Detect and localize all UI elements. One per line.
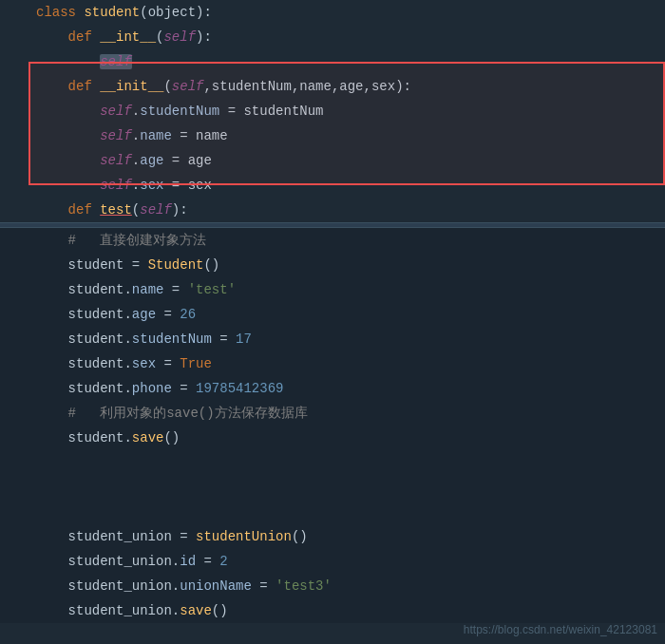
- line-text: self.sex = sex: [28, 173, 665, 198]
- code-line: student.studentNum = 17: [0, 327, 665, 351]
- code-line: # 直接创建对象方法: [0, 228, 665, 253]
- code-line: student = Student(): [0, 253, 665, 277]
- code-line: class student(object):: [0, 0, 665, 25]
- line-text: student_union.unionName = 'test3': [28, 574, 665, 598]
- line-text: student_union.id = 2: [28, 549, 665, 574]
- line-text: self.age = age: [28, 148, 665, 173]
- code-editor: class student(object): def __int__(self)…: [0, 0, 665, 644]
- bottom-code-section: # 直接创建对象方法 student = Student() student.n…: [0, 228, 665, 623]
- line-text: def test(self):: [28, 198, 665, 222]
- code-line: student.age = 26: [0, 302, 665, 327]
- code-line: self.studentNum = studentNum: [0, 99, 665, 123]
- line-text: student.name = 'test': [28, 277, 665, 302]
- code-line: [0, 475, 665, 500]
- code-line: # 利用对象的save()方法保存数据库: [0, 401, 665, 426]
- line-text: student.phone = 19785412369: [28, 376, 665, 401]
- line-text: self: [28, 49, 665, 74]
- code-line: def test(self):: [0, 198, 665, 222]
- code-line: def __init__(self,studentNum,name,age,se…: [0, 74, 665, 99]
- code-line: student_union.unionName = 'test3': [0, 574, 665, 598]
- code-line: student.save(): [0, 426, 665, 450]
- line-text: student.age = 26: [28, 302, 665, 327]
- code-line: [0, 450, 665, 475]
- code-line: student_union = studentUnion(): [0, 524, 665, 549]
- code-line: self: [0, 49, 665, 74]
- line-text: def __init__(self,studentNum,name,age,se…: [28, 74, 665, 99]
- line-text: student_union = studentUnion(): [28, 524, 665, 549]
- code-line: [0, 500, 665, 524]
- code-line: self.sex = sex: [0, 173, 665, 198]
- code-line: student.sex = True: [0, 351, 665, 376]
- line-text: student_union.save(): [28, 598, 665, 623]
- code-line: student_union.save(): [0, 598, 665, 623]
- line-text: student.sex = True: [28, 351, 665, 376]
- line-text: # 利用对象的save()方法保存数据库: [28, 401, 665, 426]
- watermark: https://blog.csdn.net/weixin_42123081: [464, 623, 657, 636]
- line-text: student.studentNum = 17: [28, 327, 665, 351]
- code-line: student.name = 'test': [0, 277, 665, 302]
- line-text: student.save(): [28, 426, 665, 450]
- code-line: self.age = age: [0, 148, 665, 173]
- line-text: def __int__(self):: [28, 25, 665, 49]
- code-line: student.phone = 19785412369: [0, 376, 665, 401]
- code-line: student_union.id = 2: [0, 549, 665, 574]
- line-text: class student(object):: [28, 0, 665, 25]
- top-code-section: class student(object): def __int__(self)…: [0, 0, 665, 222]
- code-line: def __int__(self):: [0, 25, 665, 49]
- line-text: self.studentNum = studentNum: [28, 99, 665, 123]
- line-text: student = Student(): [28, 253, 665, 277]
- line-text: # 直接创建对象方法: [28, 228, 665, 253]
- code-line: self.name = name: [0, 123, 665, 148]
- line-text: self.name = name: [28, 123, 665, 148]
